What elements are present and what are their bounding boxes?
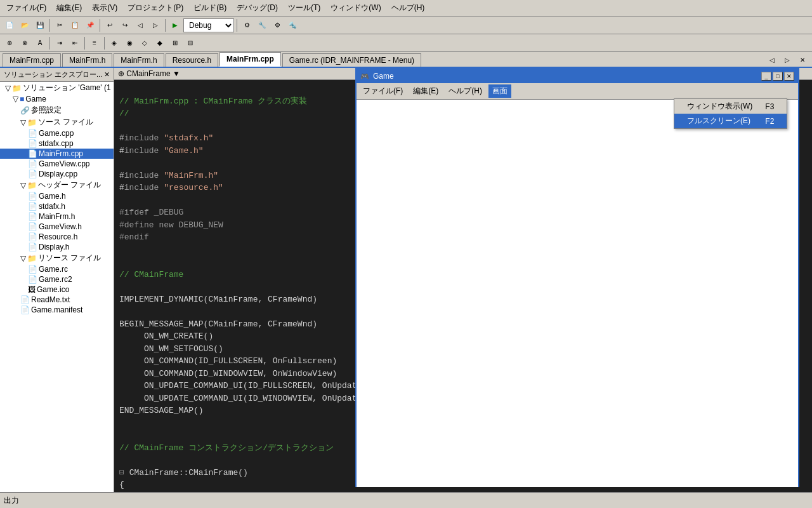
tb2-5[interactable]: ⇤ <box>68 36 82 50</box>
tab-game-rc[interactable]: Game.rc (IDR_MAINFRAME - Menu) <box>282 53 421 67</box>
menu-project[interactable]: プロジェクト(P) <box>124 1 187 15</box>
menu-file[interactable]: ファイル(F) <box>3 1 50 15</box>
tb2-6[interactable]: ≡ <box>88 36 102 50</box>
game-menu-help[interactable]: ヘルプ(H) <box>445 84 486 98</box>
debug-config-select[interactable]: Debug Release <box>183 18 234 32</box>
tb2-11[interactable]: ⊞ <box>168 36 182 50</box>
tab-mainfrm-cpp-active[interactable]: MainFrm.cpp <box>219 52 281 67</box>
tree-mainfrm-cpp[interactable]: 📄 MainFrm.cpp <box>0 149 114 159</box>
tab-resource-h[interactable]: Resource.h <box>166 53 218 67</box>
tb2-8[interactable]: ◉ <box>122 36 136 50</box>
paste-btn[interactable]: 📌 <box>83 18 97 32</box>
game-menu-file[interactable]: ファイル(F) <box>359 84 407 98</box>
toolbar-1: 📄 📂 💾 ✂ 📋 📌 ↩ ↪ ◁ ▷ ▶ Debug Release ⚙ 🔧 … <box>0 17 812 34</box>
game-menu-screen[interactable]: 画面 <box>488 84 511 98</box>
tree-gameview-cpp[interactable]: 📄 GameView.cpp <box>0 159 114 169</box>
game-minimize-btn[interactable]: _ <box>761 72 771 81</box>
copy-btn[interactable]: 📋 <box>68 18 82 32</box>
tb2-9[interactable]: ◇ <box>138 36 152 50</box>
game-rc-label: Game.rc <box>39 265 68 274</box>
tree-gameview-h[interactable]: 📄 GameView.h <box>0 222 114 232</box>
tab-prev-btn[interactable]: ◁ <box>765 53 779 67</box>
save-btn[interactable]: 💾 <box>33 18 47 32</box>
debug-start-btn[interactable]: ▶ <box>168 18 182 32</box>
toolbar-extra2[interactable]: 🔧 <box>255 18 269 32</box>
tab-mainfrm-h[interactable]: MainFrm.h <box>62 53 112 67</box>
game-close-btn[interactable]: ✕ <box>784 72 794 81</box>
tree-display-cpp[interactable]: 📄 Display.cpp <box>0 169 114 179</box>
manifest-label: Game.manifest <box>31 305 82 314</box>
open-btn[interactable]: 📂 <box>18 18 32 32</box>
menu-build[interactable]: ビルド(B) <box>190 1 230 15</box>
resource-h-label: Resource.h <box>39 232 77 241</box>
code-symbol-dropdown[interactable]: ⊕ CMainFrame ▼ <box>118 69 180 78</box>
refs-label: 参照設定 <box>31 105 62 116</box>
tree-manifest[interactable]: 📄 Game.manifest <box>0 305 114 315</box>
tree-display-h[interactable]: 📄 Display.h <box>0 242 114 252</box>
tree-resource-folder[interactable]: ▽ 📁 リソース ファイル <box>0 252 114 264</box>
redo-btn[interactable]: ↪ <box>118 18 132 32</box>
tree-stdafx-h[interactable]: 📄 stdafx.h <box>0 201 114 211</box>
tb2-7[interactable]: ◈ <box>107 36 121 50</box>
game-window-titlebar: 🎮 Game _ □ ✕ <box>357 69 798 83</box>
tab-close-btn[interactable]: ✕ <box>796 53 809 67</box>
sep6 <box>84 37 85 50</box>
display-h-icon: 📄 <box>28 243 37 251</box>
menu-view[interactable]: 表示(V) <box>88 1 121 15</box>
tb2-4[interactable]: ⇥ <box>53 36 67 50</box>
tab-mainfrm-h2[interactable]: MainFrm.h <box>114 53 164 67</box>
tree-game-project[interactable]: ▽ ■ Game <box>0 94 114 104</box>
toolbar-extra1[interactable]: ⚙ <box>240 18 254 32</box>
game-maximize-btn[interactable]: □ <box>773 72 783 81</box>
tb2-10[interactable]: ◆ <box>153 36 167 50</box>
tree-readme[interactable]: 📄 ReadMe.txt <box>0 295 114 305</box>
stdafx-h-icon: 📄 <box>28 202 37 211</box>
game-cpp-icon: 📄 <box>28 129 37 138</box>
game-menu-edit[interactable]: 編集(E) <box>409 84 442 98</box>
tab-next-btn[interactable]: ▷ <box>780 53 794 67</box>
dropdown-fullscreen[interactable]: フルスクリーン(E) F2 <box>674 114 787 128</box>
tb2-2[interactable]: ⊗ <box>18 36 32 50</box>
undo-btn[interactable]: ↩ <box>103 18 117 32</box>
tree-game-ico[interactable]: 🖼 Game.ico <box>0 284 114 295</box>
toolbar-extra3[interactable]: ⚙ <box>270 18 284 32</box>
sep3 <box>165 19 166 32</box>
tb2-3[interactable]: A <box>33 36 47 50</box>
menu-window[interactable]: ウィンドウ(W) <box>327 1 384 15</box>
game-screen-dropdown: ウィンドウ表示(W) F3 フルスクリーン(E) F2 <box>674 98 787 129</box>
nav-back-btn[interactable]: ◁ <box>133 18 147 32</box>
tab-mainfrm-cpp-1[interactable]: MainFrm.cpp <box>3 53 61 67</box>
tree-stdafx-cpp[interactable]: 📄 stdafx.cpp <box>0 138 114 149</box>
tb2-1[interactable]: ⊕ <box>3 36 16 50</box>
game-ico-icon: 🖼 <box>28 285 36 294</box>
tree-resource-h[interactable]: 📄 Resource.h <box>0 232 114 242</box>
nav-fwd-btn[interactable]: ▷ <box>148 18 162 32</box>
tree-game-rc2[interactable]: 📄 Game.rc2 <box>0 274 114 284</box>
game-content-area <box>357 100 798 487</box>
tb2-12[interactable]: ⊟ <box>183 36 197 50</box>
menu-tools[interactable]: ツール(T) <box>284 1 324 15</box>
gameview-cpp-icon: 📄 <box>28 159 37 168</box>
solution-explorer-close[interactable]: ✕ <box>104 70 110 79</box>
cut-btn[interactable]: ✂ <box>53 18 67 32</box>
tree-refs[interactable]: 🔗 参照設定 <box>0 104 114 116</box>
new-btn[interactable]: 📄 <box>3 18 16 32</box>
dropdown-window-view[interactable]: ウィンドウ表示(W) F3 <box>674 99 787 114</box>
tree-mainfrm-h[interactable]: 📄 MainFrm.h <box>0 211 114 222</box>
menu-edit[interactable]: 編集(E) <box>53 1 86 15</box>
stdafx-cpp-icon: 📄 <box>28 139 37 148</box>
toolbar-2: ⊕ ⊗ A ⇥ ⇤ ≡ ◈ ◉ ◇ ◆ ⊞ ⊟ <box>0 34 812 52</box>
tree-header-folder[interactable]: ▽ 📁 ヘッダー ファイル <box>0 179 114 191</box>
tree-source-folder[interactable]: ▽ 📁 ソース ファイル <box>0 116 114 128</box>
manifest-icon: 📄 <box>20 305 30 314</box>
menu-debug[interactable]: デバッグ(D) <box>233 1 282 15</box>
game-window-icon: 🎮 <box>360 72 369 81</box>
tree-solution[interactable]: ▽ 📁 ソリューション 'Game' (1 プロジ <box>0 82 114 94</box>
menu-help[interactable]: ヘルプ(H) <box>388 1 429 15</box>
project-expand-icon: ▽ <box>13 95 18 104</box>
tree-game-h[interactable]: 📄 Game.h <box>0 191 114 201</box>
mainfrm-h-label: MainFrm.h <box>39 212 75 221</box>
tree-game-rc[interactable]: 📄 Game.rc <box>0 264 114 274</box>
toolbar-extra4[interactable]: 🔩 <box>285 18 299 32</box>
tree-game-cpp[interactable]: 📄 Game.cpp <box>0 128 114 138</box>
